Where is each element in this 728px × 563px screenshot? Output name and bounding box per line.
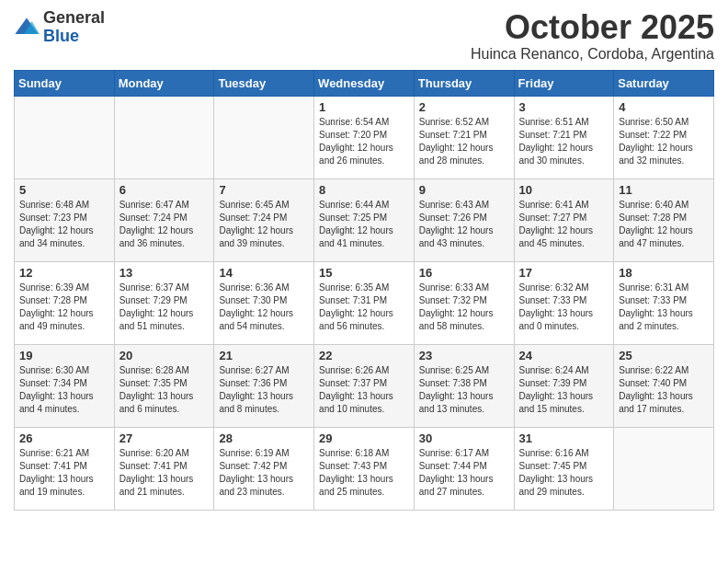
day-number: 18 [619, 266, 709, 280]
calendar-cell: 10Sunrise: 6:41 AM Sunset: 7:27 PM Dayli… [514, 178, 614, 261]
day-number: 5 [19, 183, 109, 197]
day-number: 1 [319, 100, 409, 114]
day-info: Sunrise: 6:40 AM Sunset: 7:28 PM Dayligh… [619, 199, 709, 250]
calendar-cell: 7Sunrise: 6:45 AM Sunset: 7:24 PM Daylig… [214, 178, 314, 261]
day-number: 30 [419, 431, 509, 445]
day-info: Sunrise: 6:39 AM Sunset: 7:28 PM Dayligh… [19, 282, 109, 333]
location-title: Huinca Renanco, Cordoba, Argentina [471, 46, 714, 63]
calendar-cell: 16Sunrise: 6:33 AM Sunset: 7:32 PM Dayli… [414, 261, 514, 344]
day-info: Sunrise: 6:35 AM Sunset: 7:31 PM Dayligh… [319, 282, 409, 333]
calendar-cell [114, 96, 214, 178]
day-info: Sunrise: 6:50 AM Sunset: 7:22 PM Dayligh… [619, 116, 709, 167]
day-number: 12 [19, 266, 109, 280]
logo: General Blue [14, 9, 105, 46]
calendar-cell [614, 427, 714, 510]
calendar-week-row: 5Sunrise: 6:48 AM Sunset: 7:23 PM Daylig… [15, 178, 714, 261]
calendar-cell: 20Sunrise: 6:28 AM Sunset: 7:35 PM Dayli… [114, 344, 214, 427]
calendar-cell: 18Sunrise: 6:31 AM Sunset: 7:33 PM Dayli… [614, 261, 714, 344]
day-info: Sunrise: 6:43 AM Sunset: 7:26 PM Dayligh… [419, 199, 509, 250]
day-info: Sunrise: 6:30 AM Sunset: 7:34 PM Dayligh… [19, 364, 109, 416]
calendar-cell: 9Sunrise: 6:43 AM Sunset: 7:26 PM Daylig… [414, 178, 514, 261]
day-info: Sunrise: 6:33 AM Sunset: 7:32 PM Dayligh… [419, 282, 509, 333]
day-info: Sunrise: 6:28 AM Sunset: 7:35 PM Dayligh… [119, 364, 210, 416]
day-info: Sunrise: 6:32 AM Sunset: 7:33 PM Dayligh… [519, 282, 609, 333]
calendar-cell: 21Sunrise: 6:27 AM Sunset: 7:36 PM Dayli… [214, 344, 314, 427]
day-number: 14 [219, 266, 309, 280]
calendar-week-row: 12Sunrise: 6:39 AM Sunset: 7:28 PM Dayli… [15, 261, 714, 344]
day-number: 4 [619, 100, 709, 114]
calendar-cell: 5Sunrise: 6:48 AM Sunset: 7:23 PM Daylig… [15, 178, 115, 261]
calendar-week-row: 26Sunrise: 6:21 AM Sunset: 7:41 PM Dayli… [15, 427, 714, 510]
day-number: 21 [219, 349, 309, 362]
day-number: 31 [519, 431, 609, 445]
calendar-cell [15, 96, 115, 178]
calendar-cell: 8Sunrise: 6:44 AM Sunset: 7:25 PM Daylig… [314, 178, 415, 261]
day-info: Sunrise: 6:51 AM Sunset: 7:21 PM Dayligh… [519, 116, 609, 167]
day-number: 6 [119, 183, 210, 197]
day-number: 19 [19, 349, 109, 362]
calendar-cell: 4Sunrise: 6:50 AM Sunset: 7:22 PM Daylig… [614, 96, 714, 178]
day-number: 20 [119, 349, 210, 362]
logo-text: General Blue [43, 9, 105, 46]
page-header: General Blue October 2025 Huinca Renanco… [14, 9, 714, 63]
calendar-cell: 31Sunrise: 6:16 AM Sunset: 7:45 PM Dayli… [514, 427, 614, 510]
calendar-cell: 17Sunrise: 6:32 AM Sunset: 7:33 PM Dayli… [514, 261, 614, 344]
day-number: 26 [19, 431, 109, 445]
day-info: Sunrise: 6:26 AM Sunset: 7:37 PM Dayligh… [319, 364, 409, 416]
calendar-cell: 30Sunrise: 6:17 AM Sunset: 7:44 PM Dayli… [414, 427, 514, 510]
day-info: Sunrise: 6:22 AM Sunset: 7:40 PM Dayligh… [619, 364, 709, 416]
day-number: 11 [619, 183, 709, 197]
day-info: Sunrise: 6:36 AM Sunset: 7:30 PM Dayligh… [219, 282, 309, 333]
month-title: October 2025 [471, 9, 714, 46]
weekday-header: Sunday [15, 70, 115, 96]
calendar-cell: 1Sunrise: 6:54 AM Sunset: 7:20 PM Daylig… [314, 96, 415, 178]
day-info: Sunrise: 6:37 AM Sunset: 7:29 PM Dayligh… [119, 282, 210, 333]
day-number: 9 [419, 183, 509, 197]
weekday-header: Monday [114, 70, 214, 96]
day-info: Sunrise: 6:21 AM Sunset: 7:41 PM Dayligh… [19, 447, 109, 499]
day-number: 28 [219, 431, 309, 445]
day-info: Sunrise: 6:25 AM Sunset: 7:38 PM Dayligh… [419, 364, 509, 416]
calendar-cell: 6Sunrise: 6:47 AM Sunset: 7:24 PM Daylig… [114, 178, 214, 261]
calendar-table: SundayMondayTuesdayWednesdayThursdayFrid… [14, 70, 714, 511]
day-info: Sunrise: 6:52 AM Sunset: 7:21 PM Dayligh… [419, 116, 509, 167]
day-info: Sunrise: 6:17 AM Sunset: 7:44 PM Dayligh… [419, 447, 509, 499]
calendar-cell: 27Sunrise: 6:20 AM Sunset: 7:41 PM Dayli… [114, 427, 214, 510]
day-info: Sunrise: 6:44 AM Sunset: 7:25 PM Dayligh… [319, 199, 409, 250]
day-info: Sunrise: 6:45 AM Sunset: 7:24 PM Dayligh… [219, 199, 309, 250]
calendar-cell: 15Sunrise: 6:35 AM Sunset: 7:31 PM Dayli… [314, 261, 415, 344]
calendar-cell: 23Sunrise: 6:25 AM Sunset: 7:38 PM Dayli… [414, 344, 514, 427]
calendar-cell: 26Sunrise: 6:21 AM Sunset: 7:41 PM Dayli… [15, 427, 115, 510]
logo-icon [14, 15, 40, 40]
day-number: 15 [319, 266, 409, 280]
day-info: Sunrise: 6:54 AM Sunset: 7:20 PM Dayligh… [319, 116, 409, 167]
calendar-cell: 12Sunrise: 6:39 AM Sunset: 7:28 PM Dayli… [15, 261, 115, 344]
calendar-cell: 22Sunrise: 6:26 AM Sunset: 7:37 PM Dayli… [314, 344, 415, 427]
day-number: 8 [319, 183, 409, 197]
day-number: 25 [619, 349, 709, 362]
calendar-week-row: 19Sunrise: 6:30 AM Sunset: 7:34 PM Dayli… [15, 344, 714, 427]
calendar-cell: 19Sunrise: 6:30 AM Sunset: 7:34 PM Dayli… [15, 344, 115, 427]
weekday-header: Saturday [614, 70, 714, 96]
day-number: 3 [519, 100, 609, 114]
day-number: 29 [319, 431, 409, 445]
day-number: 22 [319, 349, 409, 362]
logo-blue: Blue [43, 28, 105, 46]
calendar-cell: 25Sunrise: 6:22 AM Sunset: 7:40 PM Dayli… [614, 344, 714, 427]
calendar-week-row: 1Sunrise: 6:54 AM Sunset: 7:20 PM Daylig… [15, 96, 714, 178]
day-info: Sunrise: 6:18 AM Sunset: 7:43 PM Dayligh… [319, 447, 409, 499]
day-number: 23 [419, 349, 509, 362]
calendar-cell: 13Sunrise: 6:37 AM Sunset: 7:29 PM Dayli… [114, 261, 214, 344]
day-number: 24 [519, 349, 609, 362]
day-number: 10 [519, 183, 609, 197]
day-number: 13 [119, 266, 210, 280]
calendar-cell: 14Sunrise: 6:36 AM Sunset: 7:30 PM Dayli… [214, 261, 314, 344]
weekday-header-row: SundayMondayTuesdayWednesdayThursdayFrid… [15, 70, 714, 96]
day-number: 2 [419, 100, 509, 114]
day-number: 16 [419, 266, 509, 280]
logo-general: General [43, 9, 105, 28]
day-info: Sunrise: 6:24 AM Sunset: 7:39 PM Dayligh… [519, 364, 609, 416]
day-info: Sunrise: 6:41 AM Sunset: 7:27 PM Dayligh… [519, 199, 609, 250]
day-info: Sunrise: 6:47 AM Sunset: 7:24 PM Dayligh… [119, 199, 210, 250]
weekday-header: Wednesday [314, 70, 415, 96]
